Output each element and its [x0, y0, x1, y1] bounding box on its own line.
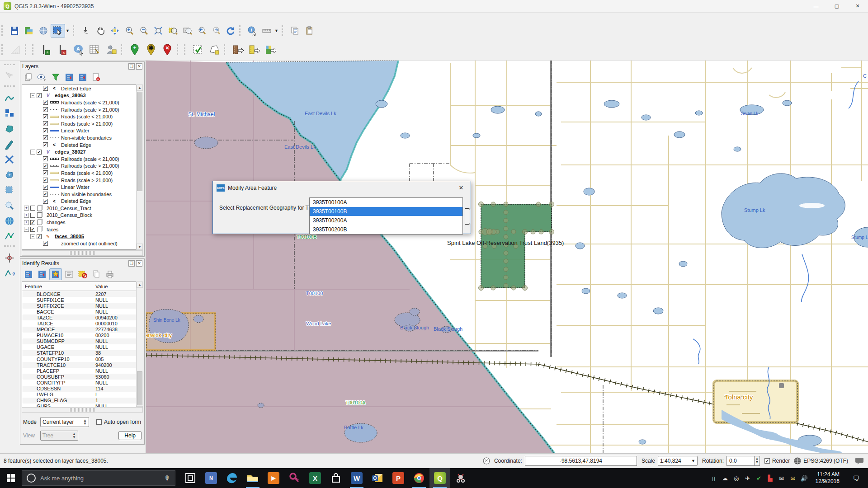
- taskbar-app-qgis[interactable]: Q: [429, 468, 450, 488]
- identify-row[interactable]: STATEFP1038: [22, 350, 142, 356]
- layer-item[interactable]: ✓Railroads (scale > 21,000): [22, 163, 142, 170]
- form-view-button[interactable]: [63, 268, 75, 280]
- identify-row[interactable]: PLACEFPNULL: [22, 368, 142, 374]
- cortana-search-box[interactable]: Ask me anything 🎙: [22, 470, 175, 486]
- zoom-last-button[interactable]: [194, 24, 209, 38]
- identify-row[interactable]: PUMACE1000200: [22, 333, 142, 338]
- toolbar-grip[interactable]: [4, 85, 15, 89]
- taskbar-app-media-player[interactable]: ▶: [263, 468, 284, 488]
- help-button[interactable]: Help: [118, 431, 142, 440]
- taskbar-app-onenote[interactable]: N: [201, 468, 222, 488]
- taskbar-app-word[interactable]: W: [346, 468, 367, 488]
- add-group-button[interactable]: [22, 71, 35, 83]
- edit-person-records-button[interactable]: [103, 41, 119, 59]
- zoom-to-layer-button[interactable]: [180, 24, 194, 38]
- layer-visibility-checkbox[interactable]: ✓: [43, 135, 48, 140]
- draw-polygon-icon[interactable]: [2, 122, 17, 136]
- move-block-icon[interactable]: [2, 107, 17, 120]
- filter-legend-button[interactable]: [49, 71, 62, 83]
- onedrive-tray-icon[interactable]: ☁: [722, 475, 729, 482]
- add-area-icon[interactable]: +: [2, 168, 17, 182]
- layer-visibility-checkbox[interactable]: ✓: [43, 178, 48, 183]
- measure-button[interactable]: [259, 24, 274, 38]
- layer-item[interactable]: ✓Linear Water: [22, 127, 142, 135]
- toolbar-grip[interactable]: [121, 44, 124, 55]
- layer-item[interactable]: ✓Roads (scale > 21,000): [22, 120, 142, 127]
- action-center-button[interactable]: 🗨: [847, 474, 865, 482]
- identify-float-button[interactable]: ❐: [128, 260, 135, 267]
- layer-visibility-checkbox[interactable]: ✓: [30, 227, 35, 232]
- identify-row[interactable]: SUFFIX2CENULL: [22, 303, 142, 309]
- minimize-button[interactable]: —: [806, 0, 826, 12]
- layer-visibility-checkbox[interactable]: ✓: [43, 241, 48, 246]
- layer-item[interactable]: +✓changes: [22, 219, 142, 226]
- new-composer-button[interactable]: [22, 24, 36, 38]
- layer-item[interactable]: −✓faces: [22, 226, 142, 233]
- zoom-tool-icon[interactable]: [2, 199, 17, 212]
- layer-visibility-checkbox[interactable]: ✓: [43, 107, 48, 112]
- identify-row[interactable]: CDSESSN114: [22, 386, 142, 392]
- layer-visibility-checkbox[interactable]: ✓: [43, 100, 48, 105]
- identify-horizontal-scrollbar[interactable]: [22, 407, 143, 413]
- layer-visibility-checkbox[interactable]: ✓: [30, 220, 35, 225]
- toolbar-grip[interactable]: [25, 44, 28, 55]
- taskbar-app-powerpoint[interactable]: P: [388, 468, 409, 488]
- identify-row[interactable]: UGACENULL: [22, 344, 142, 350]
- delete-linear-feature-button[interactable]: x: [54, 41, 71, 59]
- copy-results-button[interactable]: [90, 268, 103, 280]
- rotation-spinner[interactable]: 0.0 ▲▼: [726, 456, 760, 466]
- layer-visibility-checkbox[interactable]: ✓: [43, 114, 48, 119]
- expand-toggle[interactable]: −: [30, 234, 35, 239]
- measure-area-button[interactable]: [7, 41, 24, 59]
- select-dropdown-caret[interactable]: ▼: [65, 24, 71, 38]
- layer-visibility-checkbox[interactable]: ✓: [43, 128, 48, 133]
- draw-pen-icon[interactable]: [2, 137, 17, 151]
- layer-visibility-checkbox[interactable]: [30, 213, 35, 218]
- toolbar-grip[interactable]: [4, 64, 15, 67]
- layer-visibility-checkbox[interactable]: ✓: [37, 93, 42, 98]
- layer-item[interactable]: −✓✎faces_38005: [22, 233, 142, 240]
- location-tray-icon[interactable]: ✈: [744, 475, 751, 482]
- pan-to-selection-button[interactable]: [108, 24, 122, 38]
- toolbar-grip[interactable]: [177, 44, 180, 55]
- taskbar-app-edge[interactable]: [222, 468, 242, 488]
- geography-option[interactable]: 3935T00200B: [310, 225, 462, 234]
- layer-visibility-checkbox[interactable]: ✓: [43, 164, 48, 169]
- auto-open-form-checkbox[interactable]: [96, 419, 102, 425]
- layer-visibility-checkbox[interactable]: ✓: [43, 156, 48, 161]
- map-canvas[interactable]: St. MichaelEast Devils LkEast Devils LkT…: [146, 61, 868, 453]
- world-tool-icon[interactable]: [2, 214, 17, 228]
- layer-item[interactable]: ✓Linear Water: [22, 183, 142, 191]
- export-zip-button[interactable]: [246, 41, 262, 59]
- save-project-button[interactable]: [7, 24, 22, 38]
- zoom-in-button[interactable]: [122, 24, 137, 38]
- zoom-full-button[interactable]: [151, 24, 165, 38]
- delete-point-marker-button[interactable]: ✕: [159, 41, 175, 59]
- roads-tool-icon[interactable]: [2, 153, 17, 166]
- antivirus-tray-icon[interactable]: ✔: [755, 475, 763, 482]
- layer-visibility-checkbox[interactable]: ✓: [43, 142, 48, 147]
- mail2-tray-icon[interactable]: ✉: [789, 475, 797, 482]
- start-button[interactable]: [0, 468, 22, 488]
- layer-visibility-checkbox[interactable]: ✓: [37, 234, 42, 239]
- layer-item[interactable]: ✓Roads (scale < 21,000): [22, 169, 142, 177]
- layer-visibility-checkbox[interactable]: [30, 206, 35, 211]
- geography-option[interactable]: 3935T00200A: [310, 216, 462, 225]
- layers-close-button[interactable]: ✕: [136, 63, 142, 70]
- mode-select[interactable]: Current layer▲▼: [40, 417, 89, 427]
- toolbar-grip[interactable]: [32, 44, 36, 55]
- print-results-button[interactable]: [104, 268, 116, 280]
- layer-item[interactable]: ✓Non-visible boundaries: [22, 191, 142, 198]
- layer-item[interactable]: ✓Roads (scale < 21,000): [22, 113, 142, 120]
- taskbar-app-chrome[interactable]: [409, 468, 429, 488]
- scale-select[interactable]: 1:40,824▼: [658, 456, 698, 466]
- zoom-to-selection-button[interactable]: [165, 24, 180, 38]
- export-map-button[interactable]: [262, 41, 278, 59]
- layer-item[interactable]: ✓Railroads (scale > 21,000): [22, 106, 142, 113]
- clear-results-button[interactable]: [76, 268, 89, 280]
- digitize-curve-icon[interactable]: [2, 91, 17, 105]
- toolbar-grip[interactable]: [73, 25, 76, 36]
- add-linear-feature-button[interactable]: +: [38, 41, 54, 59]
- toolbar-grip[interactable]: [4, 245, 15, 249]
- touch-zoom-button[interactable]: [79, 24, 93, 38]
